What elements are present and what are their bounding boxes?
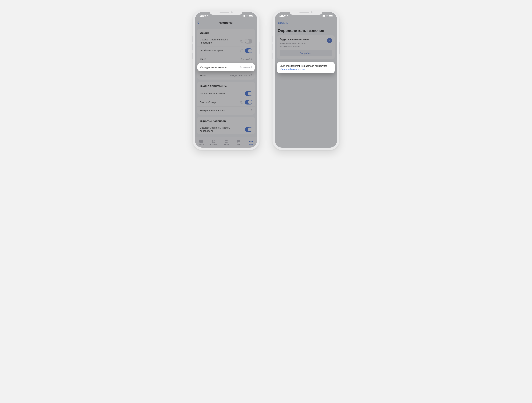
row-label: Язык (200, 58, 239, 61)
nav-header: Настройки (195, 19, 257, 26)
row-security-questions[interactable]: Контрольные вопросы (197, 106, 255, 115)
home-indicator[interactable] (215, 146, 237, 146)
svg-rect-23 (333, 15, 333, 16)
tab-label: Сервисы (223, 144, 229, 145)
wifi-icon (246, 15, 248, 17)
circle-icon (212, 140, 216, 143)
row-label: Скрывать балансы жестом переворота (200, 126, 243, 133)
screen-left: 11:00 Настройки (195, 12, 257, 148)
tab-more[interactable]: Еще (245, 137, 257, 148)
grid-icon (224, 140, 228, 143)
info-icon (327, 38, 332, 43)
row-hide-stories[interactable]: Скрывать истории после просмотра ? (197, 36, 255, 46)
svg-rect-20 (324, 15, 325, 17)
svg-rect-11 (226, 140, 228, 141)
row-fast-login[interactable]: Быстрый вход ? (197, 98, 255, 106)
row-label: Отображать покупки (200, 49, 239, 52)
card-title: Будьте внимательны (280, 38, 309, 41)
row-theme[interactable]: Тема Всегда светлая те (197, 71, 255, 80)
location-icon (286, 15, 289, 17)
toggle-hide-balances[interactable] (245, 127, 252, 132)
svg-rect-7 (199, 140, 203, 143)
tab-home[interactable]: Главная (195, 137, 207, 148)
phone-mock-right: 11:00 Закрыть Определитель вк (272, 10, 339, 150)
phone-mock-left: 11:00 Настройки (193, 10, 260, 150)
row-language[interactable]: Язык Русский (197, 55, 255, 63)
row-label: Скрывать истории после просмотра (200, 38, 239, 44)
nav-title: Настройки (219, 21, 233, 25)
row-hide-balances[interactable]: Скрывать балансы жестом переворота (197, 124, 255, 134)
chevron-right-icon (251, 58, 252, 60)
settings-content[interactable]: Общие Скрывать истории после просмотра ?… (195, 26, 257, 137)
svg-rect-19 (323, 15, 324, 17)
location-icon (207, 15, 209, 17)
svg-point-14 (249, 141, 250, 142)
chevron-right-icon (251, 74, 252, 77)
warning-card: Будьте внимательны Мошенники могут звони… (277, 35, 335, 59)
page-title: Определитель включен (277, 26, 335, 35)
device-notch (210, 10, 242, 15)
svg-point-9 (212, 140, 215, 143)
svg-rect-12 (225, 142, 226, 143)
row-caller-id[interactable]: Определитель номера Включен (197, 63, 255, 71)
battery-icon (249, 15, 253, 17)
toggle-faceid[interactable] (245, 91, 252, 96)
toggle-show-purchases[interactable] (245, 48, 252, 53)
svg-rect-6 (253, 15, 253, 16)
row-label: Контрольные вопросы (200, 109, 249, 112)
more-button[interactable]: Подробнее (280, 50, 332, 56)
svg-rect-8 (199, 141, 203, 141)
card-icon (199, 140, 203, 143)
svg-rect-2 (243, 15, 244, 17)
section-login: Вход в приложение Использовать Face ID Б… (197, 82, 255, 115)
svg-rect-22 (329, 15, 332, 16)
section-title: Вход в приложение (197, 82, 255, 89)
update-db-link[interactable]: обновить базу номеров (280, 68, 305, 70)
home-indicator[interactable] (295, 146, 317, 146)
nav-header: Закрыть (275, 19, 337, 26)
dots-icon (249, 140, 253, 143)
svg-rect-17 (322, 16, 322, 17)
svg-rect-26 (329, 40, 330, 40)
status-time: 11:00 (279, 14, 285, 17)
svg-rect-25 (329, 40, 330, 40)
cellular-icon (322, 15, 325, 17)
help-icon[interactable]: ? (240, 40, 243, 43)
svg-point-15 (251, 141, 252, 142)
tab-label: Еще (249, 144, 253, 145)
svg-rect-27 (329, 41, 330, 41)
tab-label: Главная (198, 144, 204, 145)
status-time: 11:00 (200, 14, 206, 17)
close-button[interactable]: Закрыть (278, 19, 288, 26)
svg-rect-18 (323, 15, 323, 17)
help-icon[interactable]: ? (240, 101, 243, 104)
svg-rect-13 (226, 142, 228, 143)
row-faceid[interactable]: Использовать Face ID (197, 89, 255, 98)
tab-label: Платежи (210, 144, 217, 145)
screen-right: 11:00 Закрыть Определитель вк (275, 12, 337, 148)
chevron-right-icon (251, 66, 252, 69)
tip-card: Если определитель не работает, попробуйт… (277, 62, 335, 73)
section-balances: Скрытие балансов Скрывать балансы жестом… (197, 117, 255, 134)
row-value: Русский (241, 58, 250, 60)
section-title: Общие (197, 29, 255, 36)
device-notch (290, 10, 322, 15)
tab-label: Чат (237, 144, 240, 145)
row-show-purchases[interactable]: Отображать покупки ? (197, 46, 255, 55)
section-general: Общие Скрывать истории после просмотра ?… (197, 29, 255, 80)
caller-id-content[interactable]: Определитель включен Будьте внимательны … (275, 26, 337, 148)
card-subtitle: Мошенники могут звонить со знакомых номе… (280, 42, 309, 47)
section-title: Скрытие балансов (197, 117, 255, 124)
svg-rect-0 (242, 16, 242, 17)
help-icon[interactable]: ? (240, 49, 243, 52)
toggle-fast-login[interactable] (245, 100, 252, 104)
row-value: Всегда светлая те (229, 74, 250, 77)
svg-rect-3 (244, 15, 245, 17)
svg-rect-1 (243, 15, 243, 17)
battery-icon (329, 15, 333, 17)
chat-icon (236, 140, 241, 143)
toggle-hide-stories[interactable] (245, 39, 252, 44)
svg-point-16 (252, 141, 253, 142)
back-button[interactable] (197, 19, 200, 26)
svg-rect-10 (225, 140, 226, 141)
